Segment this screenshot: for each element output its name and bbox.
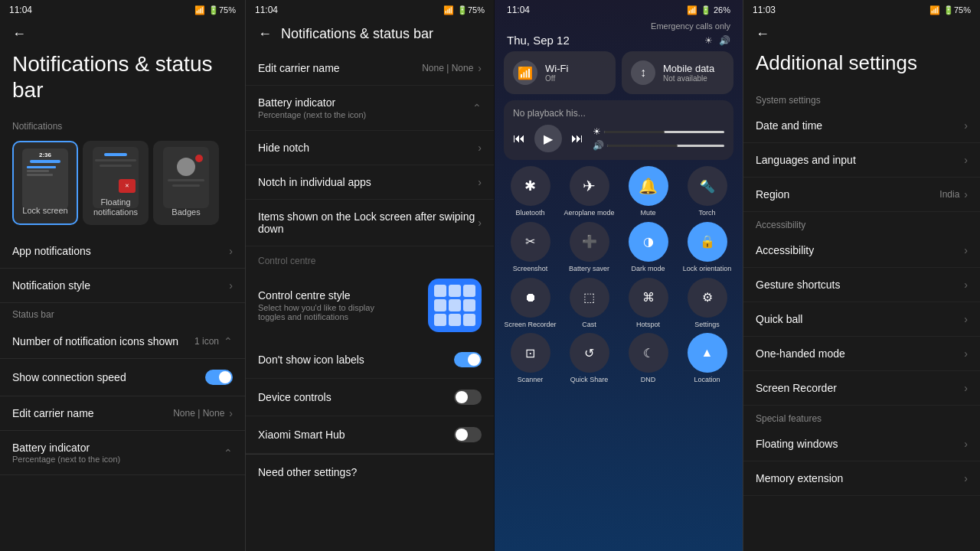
region-item[interactable]: Region India › <box>743 178 980 212</box>
aeroplane-btn[interactable]: ✈ Aeroplane mode <box>563 166 616 217</box>
items-lockscreen-row[interactable]: Items shown on the Lock screen after swi… <box>246 200 494 246</box>
dont-show-labels-row[interactable]: Don't show icon labels <box>246 341 494 379</box>
ctrl-buttons-row3: ⏺ Screen Recorder ⬚ Cast ⌘ Hotspot ⚙ Set… <box>495 278 743 334</box>
status-bar-1: 11:04 📶 🔋75% <box>0 0 245 20</box>
volume-icon: 🔊 <box>719 35 730 46</box>
media-play-btn[interactable]: ▶ <box>534 125 562 152</box>
cast-btn[interactable]: ⬚ Cast <box>563 278 616 329</box>
card-floating-label: Floating notifications <box>83 197 149 217</box>
chevron-num-notif: ⌃ <box>224 335 233 347</box>
chevron-p2-battery: ⌃ <box>472 102 482 114</box>
wifi-tile[interactable]: 📶 Wi-Fi Off <box>504 51 616 94</box>
ctrl-buttons-row2: ✂ Screenshot ➕ Battery saver ◑ Dark mode… <box>495 222 743 278</box>
connection-speed-toggle[interactable] <box>205 370 233 385</box>
chevron-one-handed: › <box>964 347 968 360</box>
time-4: 11:03 <box>753 5 776 15</box>
battery-3: 🔋 26% <box>701 5 730 15</box>
control-centre-style-row[interactable]: Control centre style Select how you'd li… <box>246 269 494 341</box>
chevron-gesture: › <box>964 279 968 291</box>
panel2-title: Notifications & status bar <box>281 26 433 42</box>
special-section-label: Special features <box>743 406 980 427</box>
lock-orientation-btn[interactable]: 🔒 Lock orientation <box>681 222 733 273</box>
screen-recorder-item[interactable]: Screen Recorder › <box>743 371 980 406</box>
signal-icon-3: 📶 <box>687 5 697 15</box>
torch-btn[interactable]: 🔦 Torch <box>681 166 733 217</box>
gesture-shortcuts-item[interactable]: Gesture shortcuts › <box>743 268 980 302</box>
notification-style-item[interactable]: Notification style › <box>0 269 245 303</box>
screen-recorder-btn[interactable]: ⏺ Screen Recorder <box>504 278 557 329</box>
chevron-p2-notch-ind: › <box>478 176 482 188</box>
dont-show-labels-toggle[interactable] <box>454 352 482 367</box>
battery-indicator-item[interactable]: Battery indicator Percentage (next to th… <box>0 431 245 475</box>
battery-indicator-row[interactable]: Battery indicator Percentage (next to th… <box>246 86 494 131</box>
notifications-section-label: Notifications <box>0 115 245 136</box>
back-button-4[interactable]: ← <box>743 20 980 48</box>
panel-additional-settings: 11:03 📶 🔋75% ← Additional settings Syste… <box>743 0 980 551</box>
signal-icon-2: 📶 <box>443 5 454 15</box>
floating-windows-item[interactable]: Floating windows › <box>743 427 980 461</box>
notification-cards-container: 2:36 Lock screen ✕ Floating notification… <box>0 136 245 234</box>
notch-individual-row[interactable]: Notch in individual apps › <box>246 165 494 200</box>
emergency-label: Emergency calls only <box>495 20 743 34</box>
xiaomi-smart-hub-row[interactable]: Xiaomi Smart Hub <box>246 416 494 454</box>
ctrl-buttons-row4: ⊡ Scanner ↺ Quick Share ☾ DND ▲ Location <box>495 333 743 389</box>
date-time-item[interactable]: Date and time › <box>743 109 980 143</box>
xiaomi-smart-hub-toggle[interactable] <box>454 427 482 442</box>
languages-input-item[interactable]: Languages and input › <box>743 143 980 178</box>
dark-mode-btn[interactable]: ◑ Dark mode <box>622 222 675 273</box>
panel-notifications-detail: 11:04 📶 🔋75% ← Notifications & status ba… <box>245 0 494 551</box>
media-prev[interactable]: ⏮ <box>513 132 525 145</box>
one-handed-mode-item[interactable]: One-handed mode › <box>743 337 980 371</box>
accessibility-section-label: Accessibility <box>743 212 980 233</box>
app-notifications-item[interactable]: App notifications › <box>0 234 245 269</box>
memory-extension-item[interactable]: Memory extension › <box>743 461 980 496</box>
chevron-memory: › <box>964 472 968 484</box>
battery-saver-btn[interactable]: ➕ Battery saver <box>563 222 616 273</box>
quick-ball-item[interactable]: Quick ball › <box>743 302 980 337</box>
scanner-btn[interactable]: ⊡ Scanner <box>504 333 557 384</box>
panel-notifications-main: 11:04 📶 🔋75% ← Notifications & status ba… <box>0 0 245 551</box>
card-lock-screen[interactable]: 2:36 Lock screen <box>12 141 78 225</box>
back-button-1[interactable]: ← <box>0 20 245 48</box>
media-player: No playback his... ⏮ ▶ ⏭ ☀ 🔊 <box>504 100 733 160</box>
back-button-2[interactable]: ← <box>258 26 272 42</box>
ctrl-buttons-row1: ✱ Bluetooth ✈ Aeroplane mode 🔔 Mute 🔦 To… <box>495 166 743 222</box>
need-other-settings-row[interactable]: Need other settings? <box>246 454 494 490</box>
card-floating[interactable]: ✕ Floating notifications <box>83 141 149 225</box>
status-bar-4: 11:03 📶 🔋75% <box>743 0 980 20</box>
battery-icon-1: 🔋75% <box>208 5 236 15</box>
hotspot-btn[interactable]: ⌘ Hotspot <box>622 278 675 329</box>
status-icons-4: 📶 🔋75% <box>929 5 971 15</box>
chevron-accessibility: › <box>964 244 968 256</box>
dnd-btn[interactable]: ☾ DND <box>622 333 675 384</box>
edit-carrier-row[interactable]: Edit carrier name None | None › <box>246 51 494 86</box>
brightness-slider-icon: ☀ <box>593 126 601 137</box>
chevron-date-time: › <box>964 119 968 132</box>
media-next[interactable]: ⏭ <box>571 132 583 145</box>
control-centre-icon <box>428 279 482 332</box>
hide-notch-row[interactable]: Hide notch › <box>246 131 494 165</box>
mute-btn[interactable]: 🔔 Mute <box>622 166 675 217</box>
system-section-label: System settings <box>743 87 980 109</box>
card-badges[interactable]: Badges <box>153 141 219 225</box>
show-connection-speed-item[interactable]: Show connection speed <box>0 359 245 396</box>
chevron-quick-ball: › <box>964 313 968 325</box>
time-2: 11:04 <box>255 5 278 15</box>
panel2-header: ← Notifications & status bar <box>246 20 494 51</box>
screenshot-btn[interactable]: ✂ Screenshot <box>504 222 557 273</box>
bluetooth-btn[interactable]: ✱ Bluetooth <box>504 166 557 217</box>
quick-share-btn[interactable]: ↺ Quick Share <box>563 333 616 384</box>
status-icons-2: 📶 🔋75% <box>443 5 485 15</box>
accessibility-item[interactable]: Accessibility › <box>743 233 980 268</box>
chevron-region: › <box>964 188 968 201</box>
chevron-screen-recorder: › <box>964 382 968 394</box>
edit-carrier-item[interactable]: Edit carrier name None | None › <box>0 396 245 431</box>
device-controls-toggle[interactable] <box>454 390 482 405</box>
ctrl-tiles: 📶 Wi-Fi Off ↕ Mobile data Not available <box>495 51 743 100</box>
location-btn[interactable]: ▲ Location <box>681 333 733 384</box>
mobile-data-tile[interactable]: ↕ Mobile data Not available <box>622 51 733 94</box>
device-controls-row[interactable]: Device controls <box>246 379 494 416</box>
settings-btn[interactable]: ⚙ Settings <box>681 278 733 329</box>
num-notif-icons-item[interactable]: Number of notification icons shown 1 ico… <box>0 324 245 359</box>
control-centre-section: Control centre <box>246 246 494 269</box>
